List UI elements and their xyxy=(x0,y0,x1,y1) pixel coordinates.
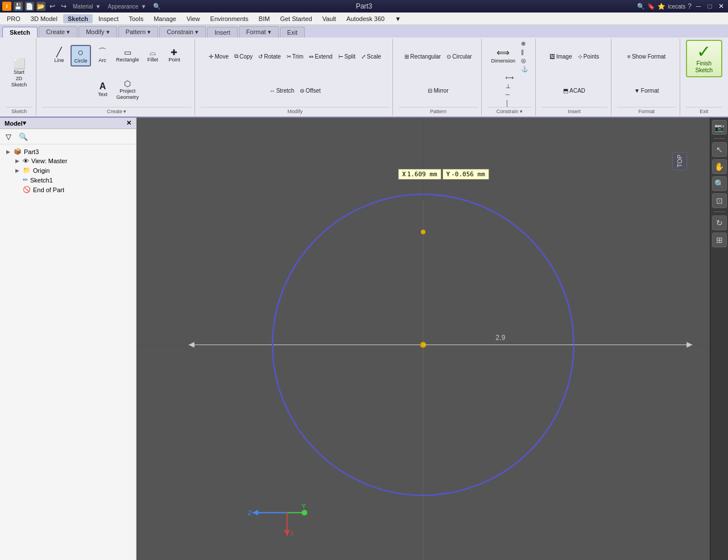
sketch1-label: Sketch1 xyxy=(30,177,53,184)
maximize-button[interactable]: □ xyxy=(705,2,714,11)
tree-item-origin[interactable]: ▶ 📁 Origin xyxy=(0,165,136,175)
expand-part3-icon[interactable]: ▶ xyxy=(5,148,11,155)
sidebar-close-icon[interactable]: ✕ xyxy=(126,119,131,127)
tab-insert[interactable]: Insert xyxy=(207,27,238,38)
material-dropdown[interactable]: Material xyxy=(73,3,93,10)
material-dropdown-arrow[interactable]: ▼ xyxy=(96,3,101,10)
search-tree-button[interactable]: 🔍 xyxy=(17,130,30,143)
modify-tools: ✛Move ⧉Copy ↺Rotate ✂Trim ⇔Extend ⊢Split… xyxy=(201,40,389,107)
menu-inspect[interactable]: Inspect xyxy=(94,14,123,23)
circular-pattern-button[interactable]: ⊙Circular xyxy=(444,53,474,60)
point-button[interactable]: ✚ Point xyxy=(164,47,184,64)
create-group-label: Create ▾ xyxy=(42,107,191,114)
text-button[interactable]: A Text xyxy=(92,81,113,99)
pan-button[interactable]: ✋ xyxy=(712,159,727,174)
fix-button[interactable]: ⚓ xyxy=(519,65,530,73)
horizontal-button[interactable]: ─ xyxy=(503,91,516,98)
minimize-button[interactable]: ─ xyxy=(694,2,703,11)
menu-pro[interactable]: PRO xyxy=(2,14,25,23)
scale-icon: ⤢ xyxy=(361,53,366,60)
split-button[interactable]: ⊢Split xyxy=(336,53,358,60)
menu-environments[interactable]: Environments xyxy=(206,14,253,23)
menu-bim[interactable]: BIM xyxy=(254,14,275,23)
move-button[interactable]: ✛Move xyxy=(206,53,230,60)
menu-more[interactable]: ▼ xyxy=(390,14,406,23)
show-format-button[interactable]: ≡Show Format xyxy=(625,53,668,60)
save-icon[interactable]: 💾 xyxy=(14,2,23,11)
vertical-button[interactable]: │ xyxy=(503,99,516,107)
ribbon-group-constrain: ⟺ Dimension ⊕ ∥ ◎ ⚓ ⟼ ⊥ ─ │ Constrain ▾ xyxy=(484,39,536,115)
appearance-dropdown[interactable]: Appearance xyxy=(107,3,138,10)
appearance-dropdown-arrow[interactable]: ▼ xyxy=(140,3,146,10)
zoom-button[interactable]: 🔍 xyxy=(712,176,727,191)
close-button[interactable]: ✕ xyxy=(717,2,726,11)
undo-button[interactable]: ↩ xyxy=(48,2,57,11)
menu-sketch[interactable]: Sketch xyxy=(63,14,93,23)
viewport[interactable]: 2.9 Z Y X X 1.609 mm Y -0.056 mm xyxy=(136,118,710,560)
svg-point-9 xyxy=(421,230,425,234)
perpendicular-button[interactable]: ⊥ xyxy=(503,82,516,90)
finish-sketch-button[interactable]: ✓ Finish Sketch xyxy=(686,40,722,77)
expand-origin-icon[interactable]: ▶ xyxy=(14,167,20,174)
collinear-button[interactable]: ∥ xyxy=(519,48,530,56)
coincident-button[interactable]: ⊕ xyxy=(519,40,530,47)
menu-getstarted[interactable]: Get Started xyxy=(275,14,316,23)
menu-view[interactable]: View xyxy=(182,14,205,23)
start-2d-sketch-button[interactable]: ⬜ Start2D Sketch xyxy=(6,57,32,89)
tab-constrain[interactable]: Constrain ▾ xyxy=(159,26,206,38)
parallel-button[interactable]: ⟼ xyxy=(503,74,516,81)
horiz-icon: ─ xyxy=(506,92,510,98)
project-geometry-button[interactable]: ⬡ ProjectGeometry xyxy=(114,78,141,102)
new-file-icon[interactable]: 📄 xyxy=(25,2,34,11)
tree-item-view-master[interactable]: ▶ 👁 View: Master xyxy=(0,156,136,165)
format-button[interactable]: ▼Format xyxy=(632,87,661,94)
menu-3dmodel[interactable]: 3D Model xyxy=(26,14,62,23)
fix-icon: ⚓ xyxy=(521,66,528,72)
tab-exit[interactable]: Exit xyxy=(280,27,305,38)
tree-item-end-of-part[interactable]: ▶ 🚫 End of Part xyxy=(0,185,136,194)
fillet-button[interactable]: ⌓ Fillet xyxy=(142,47,163,64)
tab-modify[interactable]: Modify ▾ xyxy=(78,26,117,38)
fit-button[interactable]: ⊡ xyxy=(712,193,727,208)
offset-button[interactable]: ⊖Offset xyxy=(297,87,323,94)
tree-item-sketch1[interactable]: ▶ ✏ Sketch1 xyxy=(0,175,136,185)
filter-button[interactable]: ▽ xyxy=(2,130,15,143)
stretch-button[interactable]: ↔Stretch xyxy=(267,87,297,94)
tab-format[interactable]: Format ▾ xyxy=(239,26,279,38)
redo-button[interactable]: ↪ xyxy=(59,2,68,11)
expand-view-icon[interactable]: ▶ xyxy=(14,157,20,164)
help-icon[interactable]: ? xyxy=(688,2,692,10)
circle-button[interactable]: ○ Circle xyxy=(71,45,91,67)
rectangle-button[interactable]: ▭ Rectangle xyxy=(114,47,142,64)
line-button[interactable]: ╱ Line xyxy=(49,47,69,65)
rectangular-button[interactable]: ⊞Rectangular xyxy=(402,53,443,60)
arc-icon: ⌒ xyxy=(98,48,107,57)
tab-create[interactable]: Create ▾ xyxy=(39,26,77,38)
dimension-button[interactable]: ⟺ Dimension xyxy=(489,47,518,65)
expand-view-button[interactable]: ⊞ xyxy=(712,233,727,247)
ribbon-group-format: ≡Show Format ▼Format Format xyxy=(614,39,680,115)
tree-item-part3[interactable]: ▶ 📦 Part3 xyxy=(0,147,136,156)
open-icon[interactable]: 📂 xyxy=(36,2,46,11)
rotate-button[interactable]: ↺Rotate xyxy=(256,53,283,60)
points-button[interactable]: ⊹Points xyxy=(576,53,602,60)
menu-tools[interactable]: Tools xyxy=(124,14,148,23)
menu-autodesk360[interactable]: Autodesk 360 xyxy=(342,14,389,23)
image-button[interactable]: 🖼Image xyxy=(547,53,574,60)
camera-button[interactable]: 📷 xyxy=(712,120,727,135)
copy-button[interactable]: ⧉Copy xyxy=(232,52,255,60)
trim-button[interactable]: ✂Trim xyxy=(284,53,306,60)
acad-button[interactable]: ⬒ACAD xyxy=(561,87,588,94)
rotate-view-button[interactable]: ↻ xyxy=(712,215,727,230)
menu-vault[interactable]: Vault xyxy=(318,14,341,23)
extend-button[interactable]: ⇔Extend xyxy=(307,53,334,60)
mirror-button[interactable]: ⊟Mirror xyxy=(425,87,450,94)
arc-button[interactable]: ⌒ Arc xyxy=(92,47,113,65)
tab-pattern[interactable]: Pattern ▾ xyxy=(118,26,159,38)
concentric-button[interactable]: ◎ xyxy=(519,57,530,64)
scale-button[interactable]: ⤢Scale xyxy=(359,53,383,60)
menu-manage[interactable]: Manage xyxy=(149,14,181,23)
sidebar-dropdown-arrow[interactable]: ▾ xyxy=(23,119,26,127)
cursor-button[interactable]: ↖ xyxy=(712,142,727,157)
tab-sketch[interactable]: Sketch xyxy=(2,27,38,38)
